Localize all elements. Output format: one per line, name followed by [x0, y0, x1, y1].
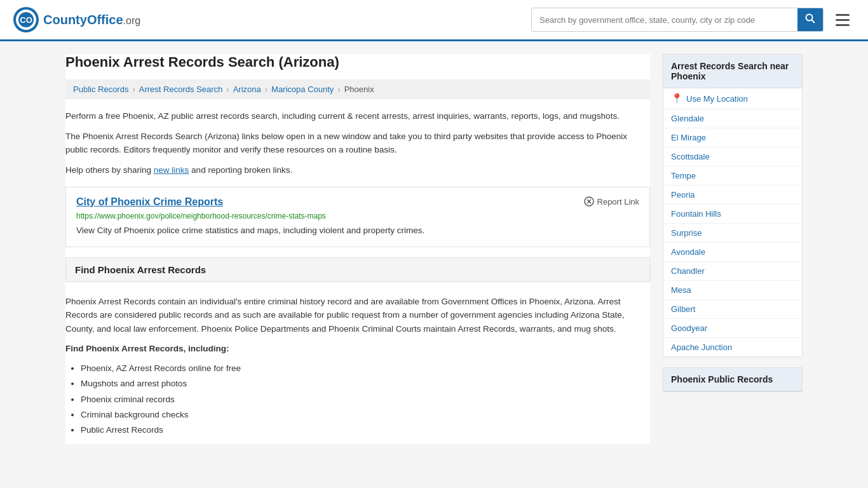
search-button[interactable]	[797, 8, 823, 31]
sidebar-link[interactable]: Avondale	[671, 247, 705, 257]
svg-text:CO: CO	[20, 15, 32, 25]
sidebar-item[interactable]: El Mirage	[663, 128, 802, 147]
list-item: Criminal background checks	[81, 407, 650, 423]
sidebar-public-records-section: Phoenix Public Records	[663, 367, 803, 392]
sidebar-link[interactable]: El Mirage	[671, 133, 706, 142]
search-icon	[805, 13, 815, 24]
find-section-list: Phoenix, AZ Arrest Records online for fr…	[81, 361, 650, 438]
sidebar-item[interactable]: Apache Junction	[663, 338, 802, 356]
find-section-body: Phoenix Arrest Records contain an indivi…	[65, 295, 650, 336]
sidebar-item[interactable]: Fountain Hills	[663, 205, 802, 224]
sidebar-link[interactable]: Apache Junction	[671, 342, 732, 352]
record-url: https://www.phoenix.gov/police/neighborh…	[76, 212, 639, 220]
search-bar	[531, 8, 824, 32]
intro-text-3: Help others by sharing new links and rep…	[65, 163, 650, 177]
breadcrumb-sep-1: ›	[132, 85, 135, 94]
header-right	[531, 8, 855, 32]
record-entry: City of Phoenix Crime Reports Report Lin…	[65, 187, 650, 247]
breadcrumb-arrest-records[interactable]: Arrest Records Search	[139, 85, 223, 94]
sidebar-item[interactable]: Surprise	[663, 224, 802, 243]
logo-area: CO CountyOffice.org	[13, 6, 140, 33]
content-area: Phoenix Arrest Records Search (Arizona) …	[65, 54, 650, 444]
breadcrumb-sep-4: ›	[337, 85, 340, 94]
use-location-link[interactable]: Use My Location	[686, 94, 748, 104]
logo-text: CountyOffice.org	[43, 13, 140, 27]
sidebar-link[interactable]: Chandler	[671, 266, 705, 276]
search-input[interactable]	[532, 10, 797, 30]
sidebar-item[interactable]: Chandler	[663, 262, 802, 281]
find-section-sub-title: Find Phoenix Arrest Records, including:	[65, 342, 650, 356]
list-item: Phoenix, AZ Arrest Records online for fr…	[81, 361, 650, 376]
sidebar-item[interactable]: Goodyear	[663, 319, 802, 338]
find-section-box: Find Phoenix Arrest Records	[65, 257, 650, 282]
list-item: Phoenix criminal records	[81, 392, 650, 407]
sidebar: Arrest Records Search near Phoenix 📍 Use…	[663, 54, 803, 444]
sidebar-link[interactable]: Glendale	[671, 114, 704, 123]
new-links-link[interactable]: new links	[154, 165, 189, 175]
sidebar-item[interactable]: Tempe	[663, 166, 802, 186]
record-desc: View City of Phoenix police crime statis…	[76, 224, 639, 237]
sidebar-item[interactable]: Mesa	[663, 281, 802, 300]
intro-text-1: Perform a free Phoenix, AZ public arrest…	[65, 109, 650, 123]
breadcrumb-public-records[interactable]: Public Records	[73, 85, 128, 94]
svg-point-4	[806, 15, 813, 21]
intro-text-2: The Phoenix Arrest Records Search (Arizo…	[65, 130, 650, 157]
sidebar-arrest-section: Arrest Records Search near Phoenix 📍 Use…	[663, 54, 803, 357]
location-pin-icon: 📍	[671, 93, 683, 104]
breadcrumb-maricopa[interactable]: Maricopa County	[271, 85, 334, 94]
header: CO CountyOffice.org	[0, 0, 868, 41]
find-section-title: Find Phoenix Arrest Records	[75, 264, 206, 275]
svg-line-5	[812, 20, 815, 24]
sidebar-link[interactable]: Goodyear	[671, 323, 707, 333]
list-item: Mugshots and arrest photos	[81, 376, 650, 391]
sidebar-link[interactable]: Tempe	[671, 171, 696, 180]
report-link-icon	[584, 196, 594, 207]
sidebar-item[interactable]: Scottsdale	[663, 147, 802, 166]
sidebar-item[interactable]: Glendale	[663, 109, 802, 128]
sidebar-link[interactable]: Peoria	[671, 190, 695, 200]
sidebar-item[interactable]: Avondale	[663, 243, 802, 262]
breadcrumb-sep-2: ›	[226, 85, 229, 94]
list-item: Public Arrest Records	[81, 423, 650, 438]
menu-button[interactable]	[830, 8, 855, 32]
sidebar-link[interactable]: Gilbert	[671, 304, 695, 314]
report-link-button[interactable]: Report Link	[584, 196, 639, 207]
logo-icon: CO	[13, 6, 39, 33]
breadcrumb-arizona[interactable]: Arizona	[233, 85, 261, 94]
sidebar-link[interactable]: Surprise	[671, 228, 702, 238]
sidebar-link[interactable]: Fountain Hills	[671, 209, 721, 219]
main-container: Phoenix Arrest Records Search (Arizona) …	[53, 41, 815, 457]
sidebar-item[interactable]: Peoria	[663, 186, 802, 205]
record-header: City of Phoenix Crime Reports Report Lin…	[76, 196, 639, 208]
sidebar-public-records-title: Phoenix Public Records	[663, 368, 802, 391]
sidebar-use-location[interactable]: 📍 Use My Location	[663, 88, 802, 109]
sidebar-link[interactable]: Scottsdale	[671, 152, 710, 161]
breadcrumb-sep-3: ›	[265, 85, 268, 94]
record-title[interactable]: City of Phoenix Crime Reports	[76, 196, 223, 208]
sidebar-link[interactable]: Mesa	[671, 285, 691, 295]
sidebar-item[interactable]: Gilbert	[663, 300, 802, 319]
sidebar-arrest-title: Arrest Records Search near Phoenix	[663, 55, 802, 88]
find-section-content: Phoenix Arrest Records contain an indivi…	[65, 288, 650, 445]
breadcrumb-phoenix: Phoenix	[344, 85, 374, 94]
breadcrumb: Public Records › Arrest Records Search ›…	[65, 79, 650, 99]
page-title: Phoenix Arrest Records Search (Arizona)	[65, 54, 650, 71]
menu-lines-icon	[833, 11, 852, 29]
